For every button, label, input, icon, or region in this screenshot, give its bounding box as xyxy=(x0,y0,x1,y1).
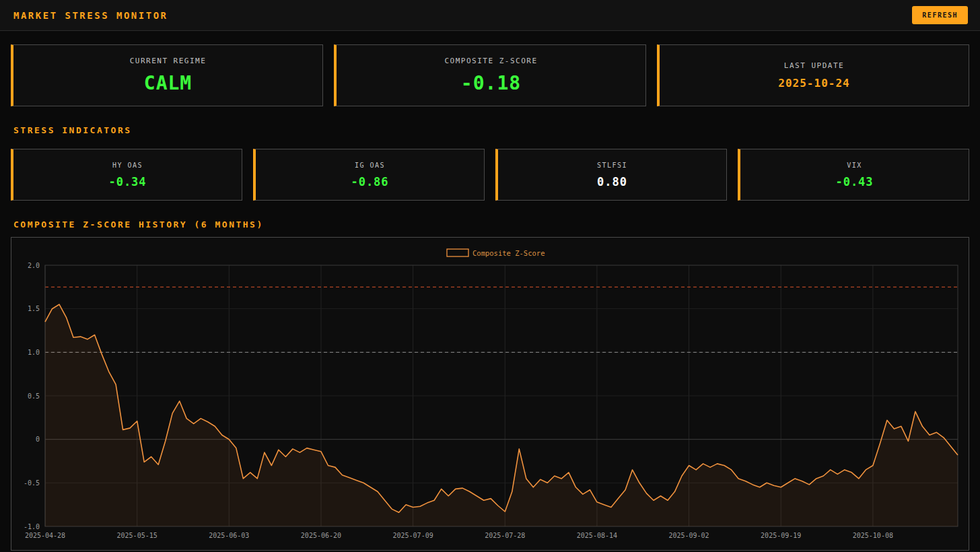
app-title: MARKET STRESS MONITOR xyxy=(13,10,168,21)
svg-text:2025-08-14: 2025-08-14 xyxy=(577,532,617,539)
ig-oas-label: IG OAS xyxy=(355,162,385,169)
svg-text:2025-05-15: 2025-05-15 xyxy=(117,532,158,539)
last-update-value: 2025-10-24 xyxy=(778,77,849,90)
section-header-zscore-history: COMPOSITE Z-SCORE HISTORY (6 MONTHS) xyxy=(13,219,969,230)
svg-text:2.0: 2.0 xyxy=(28,262,40,269)
ig-oas-value: -0.86 xyxy=(351,175,388,188)
zscore-history-chart: 2.01.51.00.50-0.5-1.02025-04-282025-05-1… xyxy=(11,238,969,550)
chart-legend: Composite Z-Score xyxy=(447,249,545,257)
chart-panel: 2.01.51.00.50-0.5-1.02025-04-282025-05-1… xyxy=(11,237,969,551)
svg-text:0: 0 xyxy=(36,436,40,443)
svg-text:Composite Z-Score: Composite Z-Score xyxy=(473,249,545,257)
card-hy-oas: HY OAS -0.34 xyxy=(11,149,242,201)
card-last-update: LAST UPDATE 2025-10-24 xyxy=(657,44,969,106)
svg-text:2025-04-28: 2025-04-28 xyxy=(25,532,65,539)
card-stlfsi: STLFSI 0.80 xyxy=(495,149,727,201)
current-regime-value: CALM xyxy=(144,72,192,94)
composite-zscore-label: COMPOSITE Z-SCORE xyxy=(444,57,537,65)
svg-text:2025-07-09: 2025-07-09 xyxy=(392,532,433,539)
svg-text:2025-06-20: 2025-06-20 xyxy=(301,532,341,539)
svg-text:2025-07-28: 2025-07-28 xyxy=(485,532,525,539)
svg-text:2025-09-19: 2025-09-19 xyxy=(761,532,801,539)
svg-text:0.5: 0.5 xyxy=(28,392,40,400)
vix-label: VIX xyxy=(847,162,862,169)
last-update-label: LAST UPDATE xyxy=(784,61,844,70)
main-content: CURRENT REGIME CALM COMPOSITE Z-SCORE -0… xyxy=(0,44,980,551)
vix-value: -0.43 xyxy=(835,175,873,188)
svg-text:-0.5: -0.5 xyxy=(24,479,40,487)
card-vix: VIX -0.43 xyxy=(738,149,969,201)
svg-text:2025-06-03: 2025-06-03 xyxy=(209,532,249,539)
top-bar: MARKET STRESS MONITOR REFRESH xyxy=(0,0,980,31)
summary-cards-row: CURRENT REGIME CALM COMPOSITE Z-SCORE -0… xyxy=(11,44,969,106)
card-composite-zscore: COMPOSITE Z-SCORE -0.18 xyxy=(334,44,646,106)
indicator-cards-row: HY OAS -0.34 IG OAS -0.86 STLFSI 0.80 VI… xyxy=(11,149,969,201)
stlfsi-value: 0.80 xyxy=(597,175,627,188)
stlfsi-label: STLFSI xyxy=(597,162,627,169)
section-header-stress-indicators: STRESS INDICATORS xyxy=(13,125,969,135)
hy-oas-label: HY OAS xyxy=(112,162,143,169)
card-current-regime: CURRENT REGIME CALM xyxy=(11,44,323,106)
current-regime-label: CURRENT REGIME xyxy=(130,57,207,65)
svg-text:1.0: 1.0 xyxy=(28,349,40,356)
svg-text:1.5: 1.5 xyxy=(28,305,40,312)
hy-oas-value: -0.34 xyxy=(108,175,146,188)
refresh-button[interactable]: REFRESH xyxy=(912,6,968,24)
svg-text:2025-09-02: 2025-09-02 xyxy=(668,532,709,539)
card-ig-oas: IG OAS -0.86 xyxy=(253,149,485,201)
svg-text:2025-10-08: 2025-10-08 xyxy=(853,532,893,539)
composite-zscore-value: -0.18 xyxy=(461,72,521,94)
svg-text:-1.0: -1.0 xyxy=(24,523,40,530)
